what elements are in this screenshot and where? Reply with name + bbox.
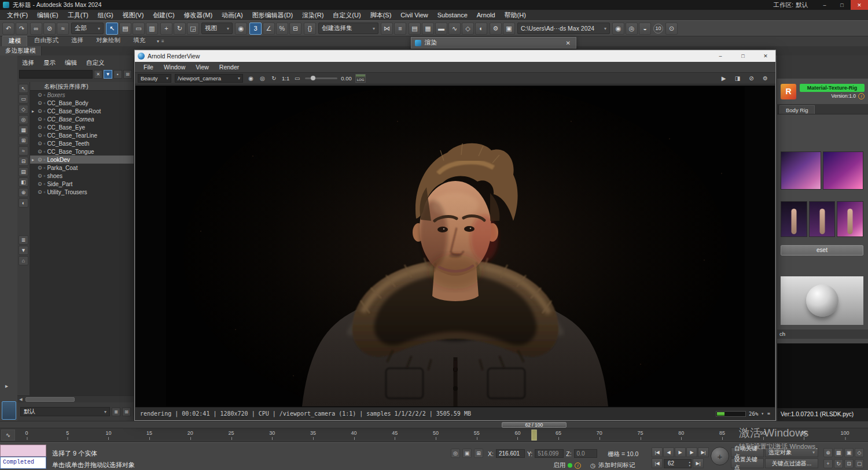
slider-knob[interactable] [311,76,315,80]
menu-item[interactable]: Substance [433,12,472,18]
undo-icon[interactable]: ↶ [2,23,14,35]
visibility-eye-icon[interactable]: ⊙ [38,132,42,138]
current-frame-field[interactable]: 62 ▴▾ [664,459,692,468]
current-frame-marker[interactable] [531,430,536,441]
settings-gear-icon[interactable]: ⚙ [761,74,770,83]
run-ipr-button[interactable]: ▶ [719,74,728,83]
menu-item[interactable]: 视图(V) [118,11,149,20]
viewport-config-button[interactable]: ▢ [855,459,864,468]
select-move-icon[interactable]: + [160,23,172,35]
key-filter-dropdown[interactable]: 选定对象 ▾ [765,447,818,457]
visibility-eye-icon[interactable]: ⊙ [38,92,42,98]
play-button[interactable]: ▶ [675,447,686,457]
maximize-viewport-button[interactable]: ⊡ [844,459,854,468]
material-editor-icon[interactable]: ◐ [475,23,487,35]
explorer-new-icon[interactable]: ⊞ [122,408,131,416]
reset-button[interactable]: eset [781,245,863,256]
ribbon-tab[interactable]: 建模 [2,36,27,46]
scene-item[interactable]: ⊙ ▫ CC_Base_Cornea [30,115,134,123]
menu-item[interactable]: Civil View [396,12,432,18]
se-filter-shapes-icon[interactable]: ◇ [19,105,28,114]
use-pivot-icon[interactable]: ◉ [235,23,247,35]
visibility-eye-icon[interactable]: ⊙ [38,100,42,106]
se-pick-filter-icon[interactable]: ▼ [19,246,28,255]
character-thumbnail[interactable] [823,151,863,190]
y-coordinate-field[interactable]: 516.099 [535,449,564,458]
ribbon-tab[interactable]: 填充 [127,36,151,46]
edit-named-sets-icon[interactable]: {} [304,23,316,35]
zoom-region-button[interactable]: ◇ [855,448,864,457]
status-menu-icon[interactable]: ≡ [767,411,770,416]
menu-item[interactable]: 文件(F) [2,11,32,20]
go-start-button[interactable]: |◀ [652,447,663,457]
visibility-eye-icon[interactable]: ⊙ [38,140,42,146]
z-coordinate-field[interactable]: 0.0 [574,449,597,458]
aov-dropdown[interactable]: Beauty▾ [138,74,171,83]
mirror-icon[interactable]: ⋈ [381,23,393,35]
menu-item[interactable]: 渲染(R) [297,11,328,20]
scene-item[interactable]: ⊙ ▫ CC_Base_TearLine [30,131,134,139]
material-preview[interactable] [781,276,863,325]
select-object-icon[interactable]: ↖ [106,23,118,35]
se-filter-spacewarps-icon[interactable]: ≈ [19,146,28,156]
menu-item[interactable]: 编辑(E) [32,11,63,20]
set-keys-button[interactable]: + [711,447,729,465]
exposure-slider[interactable] [305,77,337,79]
visibility-eye-icon[interactable]: ⊙ [38,181,42,187]
key-filters-button[interactable]: 关键点过滤器... [765,458,818,468]
snaps-toggle-icon[interactable]: 3 [249,23,262,35]
expand-arrow-icon[interactable]: ▸ [32,157,36,162]
visibility-eye-icon[interactable]: ⊙ [38,149,42,154]
explorer-menu-item[interactable]: 显示 [43,59,56,67]
arnold-menu-item[interactable]: Render [214,64,244,71]
switch-button[interactable]: ch [777,330,868,339]
pose-thumbnail[interactable] [781,201,807,237]
schematic-view-icon[interactable]: ◇ [462,23,474,35]
close-button[interactable]: ✕ [851,0,868,10]
se-filter-groups-icon[interactable]: ▤ [19,167,28,176]
notification-badge[interactable]: 10 [653,24,663,34]
scene-item[interactable]: ⊙ ▫ CC_Base_Eye [30,123,134,131]
curve-editor-icon[interactable]: ∿ [448,23,461,35]
fit-image-icon[interactable]: ▭ [293,74,301,83]
add-time-tag-button[interactable]: ◷ 添加时间标记 [590,461,635,469]
ab-compare-button[interactable]: ◨ [733,74,742,83]
character-thumbnail[interactable] [781,151,821,190]
scene-item[interactable]: ⊙ ▫ CC_Base_Body [30,99,134,107]
redo-icon[interactable]: ↷ [16,23,28,35]
scene-item[interactable]: ⊙ ▫ Boxers [30,91,134,99]
align-icon[interactable]: ≡ [394,23,406,35]
visibility-eye-icon[interactable]: ⊙ [38,173,42,179]
select-scale-icon[interactable]: ◲ [187,23,199,35]
layer-explorer-icon[interactable]: ▦ [422,23,434,35]
selection-filter-dropdown[interactable]: 全部▾ [71,23,104,34]
menu-item[interactable]: 帮助(H) [500,11,531,20]
scene-item[interactable]: ▸ ⊙ ▫ CC_Base_BoneRoot [30,107,134,115]
scene-item[interactable]: ⊙ ▫ Parka_Coat [30,164,134,172]
camera-dropdown[interactable]: /viewport_camera▾ [175,74,243,83]
sort-header[interactable]: 名称(按升序排序) [30,82,134,91]
prev-frame-button[interactable]: ◀ [663,447,674,457]
rect-region-icon[interactable]: ▭ [133,23,145,35]
time-slider[interactable]: 62 / 100 [0,421,868,428]
select-link-icon[interactable]: ∞ [30,23,42,35]
menu-item[interactable]: 动画(A) [217,11,248,20]
maximize-button[interactable]: □ [833,0,851,10]
exposure-value[interactable]: 0.00 [341,75,352,82]
se-filter-xrefs-icon[interactable]: ⊕ [19,188,28,197]
minimize-button[interactable]: – [711,50,730,62]
zoom-extents-button[interactable]: ▣ [844,448,854,457]
search-options-icon[interactable]: ⊞ [123,70,132,79]
ribbon-tab[interactable]: 对象绘制 [90,36,126,46]
explorer-menu-item[interactable]: 编辑 [65,59,77,67]
se-filter-containers-icon[interactable]: ◧ [19,177,28,187]
enable-time-tag[interactable]: 启用 i [553,461,581,469]
visibility-eye-icon[interactable]: ⊙ [38,108,42,114]
tab-body-rig[interactable]: Body Rig [779,105,815,114]
se-filter-materials-icon[interactable]: ◐ [19,198,28,208]
x-coordinate-field[interactable]: 216.601 [496,449,525,458]
expand-arrow-icon[interactable]: ▸ [32,109,36,114]
scene-item[interactable]: ⊙ ▫ Side_Part [30,180,134,188]
bind-spacewarp-icon[interactable]: ≈ [57,23,69,35]
explorer-menu-item[interactable]: 自定义 [86,59,105,67]
